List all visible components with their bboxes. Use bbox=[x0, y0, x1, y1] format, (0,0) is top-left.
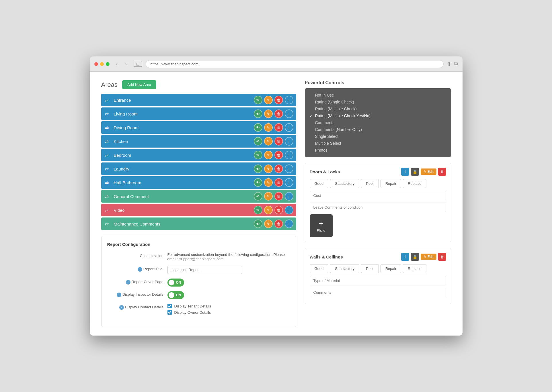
control-item-photos[interactable]: Photos bbox=[309, 147, 446, 154]
lock-icon-btn[interactable]: 🔒 bbox=[411, 253, 419, 261]
lock-icon-btn[interactable]: 🔒 bbox=[411, 168, 419, 176]
drag-handle[interactable]: ⇄ bbox=[101, 125, 113, 130]
eye-button[interactable]: 👁 bbox=[254, 192, 262, 201]
rating-satisfactory[interactable]: Satisfactory bbox=[330, 179, 359, 188]
rating-satisfactory[interactable]: Satisfactory bbox=[330, 264, 359, 273]
control-item-comments[interactable]: Comments bbox=[309, 119, 446, 126]
edit-button[interactable]: ✎ bbox=[264, 178, 273, 187]
inspector-toggle[interactable]: ON bbox=[167, 291, 184, 299]
comments-input[interactable] bbox=[310, 288, 446, 297]
back-button[interactable]: ‹ bbox=[113, 60, 121, 68]
info-button[interactable]: i bbox=[285, 178, 293, 187]
control-item-not-in-use[interactable]: Not In Use bbox=[309, 92, 446, 99]
info-button[interactable]: i bbox=[285, 123, 293, 132]
rating-poor[interactable]: Poor bbox=[361, 179, 379, 188]
rating-repair[interactable]: Repair bbox=[381, 179, 401, 188]
cover-page-toggle[interactable]: ON bbox=[167, 279, 184, 287]
info-button[interactable]: i bbox=[285, 192, 293, 201]
delete-button[interactable]: 🗑 bbox=[274, 164, 283, 173]
delete-button[interactable]: 🗑 bbox=[274, 219, 283, 228]
info-button[interactable]: i bbox=[285, 137, 293, 146]
rating-replace[interactable]: Replace bbox=[403, 179, 426, 188]
drag-handle[interactable]: ⇄ bbox=[101, 166, 113, 172]
drag-handle[interactable]: ⇄ bbox=[101, 221, 113, 227]
comments-input[interactable] bbox=[310, 203, 446, 212]
drag-handle[interactable]: ⇄ bbox=[101, 180, 113, 185]
delete-button[interactable]: 🗑 bbox=[274, 206, 283, 214]
edit-button[interactable]: ✎ bbox=[264, 164, 273, 173]
forward-button[interactable]: › bbox=[122, 60, 130, 68]
edit-button[interactable]: ✎ bbox=[264, 96, 273, 104]
delete-button[interactable]: 🗑 bbox=[274, 137, 283, 146]
control-item-multiple-check[interactable]: Rating (Multiple Check) bbox=[309, 105, 446, 112]
rating-replace[interactable]: Replace bbox=[403, 264, 426, 273]
eye-button[interactable]: 👁 bbox=[254, 151, 262, 159]
rating-poor[interactable]: Poor bbox=[361, 264, 379, 273]
drag-handle[interactable]: ⇄ bbox=[101, 139, 113, 144]
drag-handle[interactable]: ⇄ bbox=[101, 194, 113, 199]
photo-button[interactable]: + Photo bbox=[310, 214, 333, 237]
eye-button[interactable]: 👁 bbox=[254, 137, 262, 146]
eye-button[interactable]: 👁 bbox=[254, 96, 262, 104]
edit-button[interactable]: ✎ Edit bbox=[421, 254, 436, 260]
drag-handle[interactable]: ⇄ bbox=[101, 152, 113, 158]
edit-button[interactable]: ✎ bbox=[264, 192, 273, 201]
eye-button[interactable]: 👁 bbox=[254, 164, 262, 173]
edit-button[interactable]: ✎ bbox=[264, 137, 273, 146]
edit-button[interactable]: ✎ bbox=[264, 219, 273, 228]
control-item-multiple-select[interactable]: Multiple Select bbox=[309, 140, 446, 147]
owner-details-checkbox[interactable] bbox=[167, 310, 172, 315]
rating-good[interactable]: Good bbox=[310, 179, 329, 188]
edit-button[interactable]: ✎ Edit bbox=[421, 168, 436, 175]
rating-repair[interactable]: Repair bbox=[381, 264, 401, 273]
drag-handle[interactable]: ⇄ bbox=[101, 97, 113, 103]
tenant-details-checkbox[interactable] bbox=[167, 304, 172, 308]
delete-button[interactable]: 🗑 bbox=[274, 192, 283, 201]
delete-button[interactable]: 🗑 bbox=[274, 151, 283, 159]
eye-button[interactable]: 👁 bbox=[254, 206, 262, 214]
delete-button[interactable]: 🗑 bbox=[274, 178, 283, 187]
eye-button[interactable]: 👁 bbox=[254, 219, 262, 228]
controls-dropdown[interactable]: Not In Use Rating (Single Check) Rating … bbox=[305, 88, 451, 157]
maximize-button[interactable] bbox=[106, 62, 110, 66]
delete-icon-btn[interactable]: 🗑 bbox=[438, 168, 446, 176]
rating-good[interactable]: Good bbox=[310, 264, 329, 273]
edit-button[interactable]: ✎ bbox=[264, 123, 273, 132]
info-button[interactable]: i bbox=[285, 109, 293, 118]
control-item-multiple-check-yes-no[interactable]: ✓ Rating (Multiple Check Yes/No) bbox=[309, 112, 446, 119]
address-bar[interactable]: https://www.snapinspect.com. bbox=[146, 60, 444, 68]
eye-button[interactable]: 👁 bbox=[254, 123, 262, 132]
info-button[interactable]: i bbox=[285, 96, 293, 104]
edit-button[interactable]: ✎ bbox=[264, 109, 273, 118]
report-title-input[interactable] bbox=[167, 266, 242, 274]
delete-button[interactable]: 🗑 bbox=[274, 96, 283, 104]
drag-handle[interactable]: ⇄ bbox=[101, 207, 113, 213]
report-title-value[interactable] bbox=[167, 266, 290, 274]
control-item-comments-number[interactable]: Comments (Number Only) bbox=[309, 126, 446, 133]
report-cover-toggle[interactable]: ON bbox=[167, 279, 290, 287]
control-item-single-select[interactable]: Single Select bbox=[309, 133, 446, 140]
info-button[interactable]: i bbox=[285, 164, 293, 173]
info-button[interactable]: i bbox=[285, 206, 293, 214]
drag-handle[interactable]: ⇄ bbox=[101, 111, 113, 117]
control-item-single-check[interactable]: Rating (Single Check) bbox=[309, 99, 446, 105]
info-icon-btn[interactable]: i bbox=[401, 168, 409, 176]
edit-button[interactable]: ✎ bbox=[264, 206, 273, 214]
cost-input[interactable] bbox=[310, 191, 446, 200]
delete-button[interactable]: 🗑 bbox=[274, 123, 283, 132]
inspector-details-toggle[interactable]: ON bbox=[167, 291, 290, 299]
edit-button[interactable]: ✎ bbox=[264, 151, 273, 159]
info-icon-btn[interactable]: i bbox=[401, 253, 409, 261]
delete-icon-btn[interactable]: 🗑 bbox=[438, 253, 446, 261]
add-area-button[interactable]: Add New Area bbox=[122, 80, 156, 89]
close-button[interactable] bbox=[94, 62, 98, 66]
share-icon[interactable]: ⬆ bbox=[447, 61, 451, 67]
minimize-button[interactable] bbox=[100, 62, 104, 66]
delete-button[interactable]: 🗑 bbox=[274, 109, 283, 118]
new-tab-icon[interactable]: ⧉ bbox=[454, 61, 458, 67]
info-button[interactable]: i bbox=[285, 219, 293, 228]
info-button[interactable]: i bbox=[285, 151, 293, 159]
material-input[interactable] bbox=[310, 276, 446, 285]
eye-button[interactable]: 👁 bbox=[254, 178, 262, 187]
eye-button[interactable]: 👁 bbox=[254, 109, 262, 118]
